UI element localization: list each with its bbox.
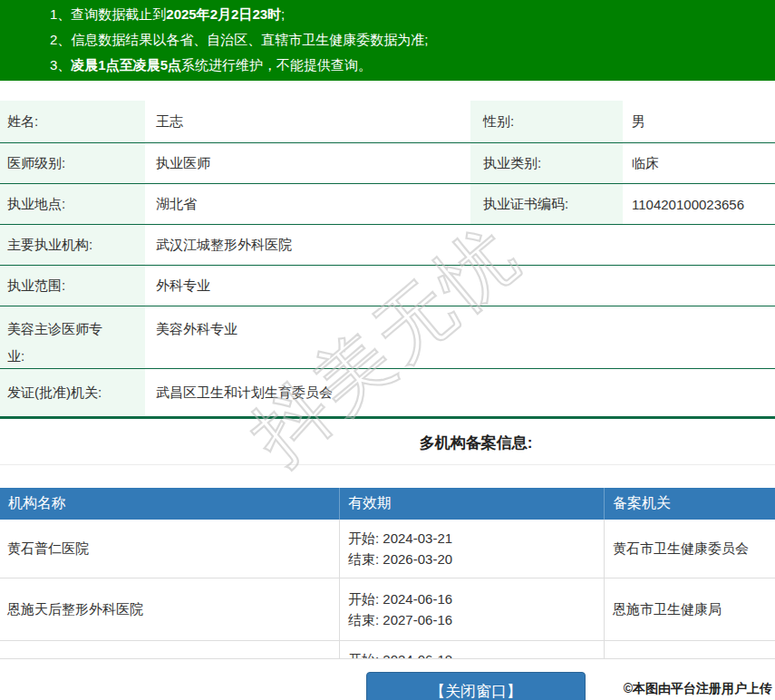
info-label: 执业范围:: [0, 266, 145, 306]
info-value: 男: [623, 101, 775, 142]
info-value: 武昌区卫生和计划生育委员会: [145, 369, 775, 416]
filing-row: 黄石普仁医院开始: 2024-03-21结束: 2026-03-20黄石市卫生健…: [0, 520, 775, 578]
section-divider: [0, 464, 775, 465]
notice-banner: 1、查询数据截止到2025年2月2日23时;2、信息数据结果以各省、自治区、直辖…: [0, 0, 775, 81]
column-header-institution: 机构名称: [0, 488, 339, 520]
info-value: 武汉江城整形外科医院: [145, 225, 775, 265]
doctor-info-table: 姓名:王志性别:男医师级别:执业医师执业类别:临床执业地点:湖北省执业证书编码:…: [0, 101, 775, 419]
info-value: 外科专业: [145, 266, 775, 306]
filing-table: 机构名称 有效期 备案机关 黄石普仁医院开始: 2024-03-21结束: 20…: [0, 488, 775, 659]
info-row: 美容主诊医师专业:美容外科专业: [0, 306, 775, 369]
info-row: 主要执业机构:武汉江城整形外科医院: [0, 225, 775, 266]
notice-text-segment: ;: [281, 6, 285, 22]
filing-table-header: 机构名称 有效期 备案机关: [0, 488, 775, 520]
info-value: 临床: [623, 143, 775, 183]
notice-line: 2、信息数据结果以各省、自治区、直辖市卫生健康委数据为准;: [50, 27, 775, 53]
notice-line: 3、凌晨1点至凌晨5点系统进行维护，不能提供查询。: [50, 53, 775, 78]
notice-line: 1、查询数据截止到2025年2月2日23时;: [50, 2, 775, 27]
column-header-authority: 备案机关: [604, 488, 775, 520]
info-label: 执业类别:: [470, 143, 623, 183]
validity-line: 开始: 2024-06-18: [348, 649, 604, 659]
info-value: 110420100023656: [623, 184, 775, 224]
column-header-validity: 有效期: [339, 488, 604, 520]
validity-line: 开始: 2024-03-21: [348, 528, 604, 549]
institution-name-cell: [0, 641, 339, 659]
info-label: 主要执业机构:: [0, 225, 145, 265]
info-label: 发证(批准)机关:: [0, 369, 145, 416]
info-row: 姓名:王志性别:男: [0, 101, 775, 143]
filing-section-title: 多机构备案信息:: [177, 433, 775, 453]
notice-text-segment: 系统进行维护，不能提供查询。: [181, 57, 372, 73]
info-value: 执业医师: [145, 143, 470, 183]
close-window-button[interactable]: 【关闭窗口】: [366, 672, 586, 700]
info-row: 执业地点:湖北省执业证书编码:110420100023656: [0, 184, 775, 225]
notice-text-segment: 1、查询数据截止到: [50, 6, 166, 22]
info-value: 美容外科专业: [145, 306, 775, 368]
uploader-watermark-note: ©本图由平台注册用户上传: [624, 681, 772, 697]
notice-text-segment: 凌晨1点至凌晨5点: [71, 57, 181, 73]
institution-name-cell: 黄石普仁医院: [0, 520, 339, 578]
notice-text-segment: 3、: [50, 57, 71, 73]
info-row: 执业范围:外科专业: [0, 266, 775, 306]
institution-name-cell: 恩施天后整形外科医院: [0, 578, 339, 640]
info-label: 美容主诊医师专业:: [0, 306, 145, 368]
info-row: 医师级别:执业医师执业类别:临床: [0, 143, 775, 184]
info-label: 执业地点:: [0, 184, 145, 224]
info-value: 湖北省: [145, 184, 470, 224]
filing-row: 开始: 2024-06-18: [0, 641, 775, 659]
validity-line: 开始: 2024-06-16: [348, 588, 604, 609]
validity-period-cell: 开始: 2024-03-21结束: 2026-03-20: [339, 520, 604, 578]
info-label: 姓名:: [0, 101, 145, 142]
info-label: 医师级别:: [0, 143, 145, 183]
filing-authority-cell: 黄石市卫生健康委员会: [604, 520, 775, 578]
info-row: 发证(批准)机关:武昌区卫生和计划生育委员会: [0, 369, 775, 419]
notice-text-segment: 2025年2月2日23时: [166, 6, 281, 22]
info-value: 王志: [145, 101, 470, 142]
filing-authority-cell: [604, 641, 775, 659]
query-result-page: 1、查询数据截止到2025年2月2日23时;2、信息数据结果以各省、自治区、直辖…: [0, 0, 775, 700]
validity-period-cell: 开始: 2024-06-16结束: 2027-06-16: [339, 578, 604, 640]
filing-table-body: 黄石普仁医院开始: 2024-03-21结束: 2026-03-20黄石市卫生健…: [0, 520, 775, 659]
validity-line: 结束: 2026-03-20: [348, 549, 604, 569]
info-label: 性别:: [470, 101, 623, 142]
validity-period-cell: 开始: 2024-06-18: [339, 641, 604, 659]
filing-authority-cell: 恩施市卫生健康局: [604, 578, 775, 640]
filing-row: 恩施天后整形外科医院开始: 2024-06-16结束: 2027-06-16恩施…: [0, 578, 775, 641]
notice-text-segment: 2、信息数据结果以各省、自治区、直辖市卫生健康委数据为准;: [50, 32, 429, 47]
info-label: 执业证书编码:: [470, 184, 623, 224]
validity-line: 结束: 2027-06-16: [348, 609, 604, 630]
